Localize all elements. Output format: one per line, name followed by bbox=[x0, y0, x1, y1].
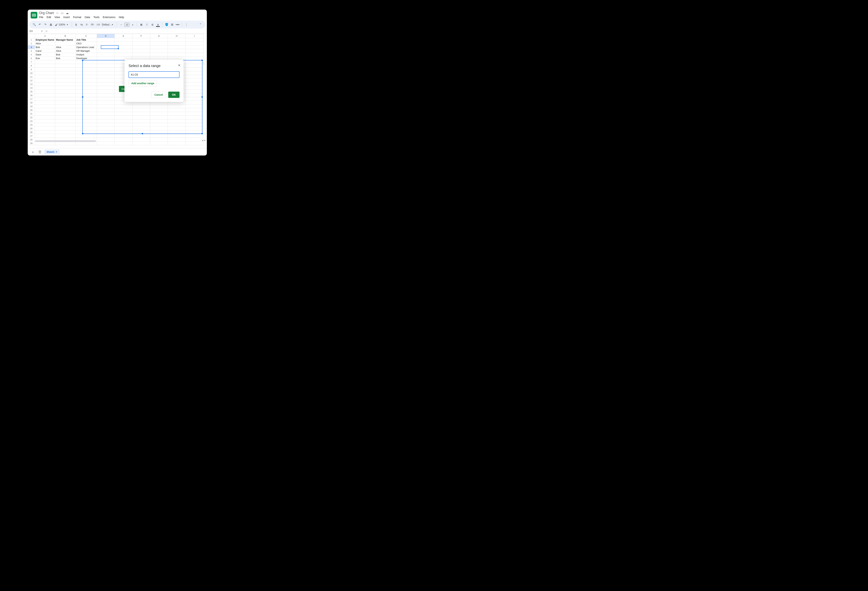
cell[interactable] bbox=[168, 138, 186, 142]
row-header-13[interactable]: 13 bbox=[28, 82, 35, 86]
row-header-12[interactable]: 12 bbox=[28, 79, 35, 82]
cell[interactable] bbox=[35, 90, 55, 93]
more-toolbar-icon[interactable]: ⋮ bbox=[184, 22, 189, 27]
cell[interactable] bbox=[150, 134, 168, 138]
cell[interactable] bbox=[133, 134, 150, 138]
decrease-decimal-icon[interactable]: .0← bbox=[85, 22, 90, 27]
cell[interactable]: Carol bbox=[35, 49, 55, 53]
row-header-4[interactable]: 4 bbox=[28, 49, 35, 53]
column-header-D[interactable]: D bbox=[97, 34, 115, 38]
row-header-19[interactable]: 19 bbox=[28, 105, 35, 108]
formula-bar[interactable] bbox=[47, 29, 207, 34]
cell[interactable]: Eve bbox=[35, 56, 55, 60]
cell[interactable] bbox=[115, 53, 133, 56]
cell[interactable] bbox=[55, 42, 75, 46]
cell[interactable] bbox=[55, 119, 75, 123]
undo-icon[interactable]: ↶ bbox=[37, 22, 42, 27]
cell[interactable] bbox=[55, 60, 75, 64]
row-header-14[interactable]: 14 bbox=[28, 86, 35, 90]
cell[interactable] bbox=[55, 75, 75, 79]
cell[interactable] bbox=[55, 101, 75, 105]
cell[interactable]: Bob bbox=[35, 46, 55, 49]
column-header-F[interactable]: F bbox=[133, 34, 150, 38]
cell[interactable] bbox=[35, 71, 55, 75]
sheet-tab-dropdown-icon[interactable]: ▼ bbox=[56, 151, 58, 153]
row-header-26[interactable]: 26 bbox=[28, 130, 35, 134]
text-color-icon[interactable]: A bbox=[155, 22, 160, 27]
cell[interactable] bbox=[55, 123, 75, 127]
cell[interactable]: Job Title bbox=[75, 38, 97, 42]
cell[interactable]: Bob bbox=[55, 56, 75, 60]
fill-color-icon[interactable]: 🪣 bbox=[164, 22, 169, 27]
merge-cells-icon[interactable]: ⇥⇤ bbox=[175, 22, 180, 27]
cell[interactable] bbox=[186, 42, 203, 46]
add-sheet-icon[interactable]: ＋ bbox=[30, 150, 35, 154]
cell[interactable] bbox=[55, 130, 75, 134]
cell[interactable] bbox=[168, 134, 186, 138]
cell[interactable] bbox=[35, 64, 55, 68]
cell[interactable] bbox=[35, 134, 55, 138]
row-header-25[interactable]: 25 bbox=[28, 127, 35, 130]
cell[interactable] bbox=[75, 134, 97, 138]
row-header-23[interactable]: 23 bbox=[28, 119, 35, 123]
cell[interactable]: Dave bbox=[35, 53, 55, 56]
collapse-toolbar-icon[interactable]: ⌃ bbox=[198, 22, 203, 27]
menu-edit[interactable]: Edit bbox=[47, 16, 51, 19]
row-header-20[interactable]: 20 bbox=[28, 108, 35, 112]
currency-icon[interactable]: $ bbox=[74, 22, 78, 27]
cell[interactable] bbox=[35, 60, 55, 64]
row-header-15[interactable]: 15 bbox=[28, 90, 35, 93]
row-header-5[interactable]: 5 bbox=[28, 53, 35, 56]
cell[interactable] bbox=[168, 49, 186, 53]
cell[interactable] bbox=[35, 112, 55, 115]
cell[interactable] bbox=[133, 42, 150, 46]
horizontal-scrollbar[interactable] bbox=[35, 140, 96, 142]
row-header-6[interactable]: 6 bbox=[28, 56, 35, 60]
menu-insert[interactable]: Insert bbox=[63, 16, 70, 19]
column-header-C[interactable]: C bbox=[75, 34, 97, 38]
row-header-27[interactable]: 27 bbox=[28, 134, 35, 138]
cell[interactable] bbox=[55, 86, 75, 90]
cell[interactable] bbox=[133, 142, 150, 145]
redo-icon[interactable]: ↷ bbox=[43, 22, 48, 27]
cell[interactable] bbox=[133, 46, 150, 49]
cell[interactable] bbox=[55, 82, 75, 86]
cell[interactable] bbox=[150, 49, 168, 53]
cell[interactable] bbox=[35, 93, 55, 97]
cell[interactable]: Operations Lead bbox=[75, 46, 97, 49]
menu-help[interactable]: Help bbox=[119, 16, 124, 19]
cell[interactable] bbox=[55, 97, 75, 101]
row-header-2[interactable]: 2 bbox=[28, 42, 35, 46]
cell[interactable] bbox=[55, 112, 75, 115]
ok-button[interactable]: OK bbox=[168, 92, 180, 98]
cell[interactable] bbox=[55, 134, 75, 138]
row-header-16[interactable]: 16 bbox=[28, 93, 35, 97]
row-header-29[interactable]: 29 bbox=[28, 142, 35, 145]
cell[interactable] bbox=[115, 134, 133, 138]
row-header-24[interactable]: 24 bbox=[28, 123, 35, 127]
cell[interactable] bbox=[150, 46, 168, 49]
cell[interactable] bbox=[35, 130, 55, 134]
cell[interactable] bbox=[150, 138, 168, 142]
cell[interactable] bbox=[150, 142, 168, 145]
paint-format-icon[interactable]: 🖌 bbox=[54, 22, 59, 27]
zoom-select[interactable]: 100% bbox=[59, 22, 64, 27]
cell[interactable] bbox=[150, 53, 168, 56]
cell[interactable] bbox=[133, 138, 150, 142]
cell[interactable] bbox=[35, 115, 55, 119]
cell[interactable] bbox=[186, 53, 203, 56]
cell[interactable] bbox=[97, 53, 115, 56]
cell[interactable] bbox=[150, 42, 168, 46]
cell[interactable] bbox=[133, 49, 150, 53]
cell[interactable]: HR Manager bbox=[75, 49, 97, 53]
cell[interactable]: Analyst bbox=[75, 53, 97, 56]
cell[interactable]: Alice bbox=[55, 49, 75, 53]
cell[interactable] bbox=[35, 75, 55, 79]
print-icon[interactable]: 🖶 bbox=[49, 22, 53, 27]
row-header-18[interactable]: 18 bbox=[28, 101, 35, 105]
cell[interactable] bbox=[168, 142, 186, 145]
search-icon[interactable]: 🔍 bbox=[32, 22, 37, 27]
cell[interactable]: Bob bbox=[55, 53, 75, 56]
more-formats-icon[interactable]: 123 bbox=[96, 22, 100, 27]
cell[interactable] bbox=[55, 68, 75, 71]
